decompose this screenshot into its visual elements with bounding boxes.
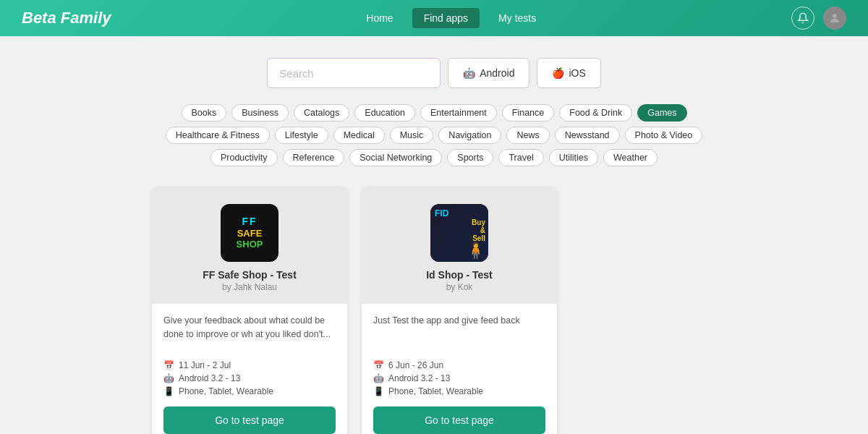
app-icon-id: FID Buy & Sell 🧍 — [430, 204, 488, 262]
category-productivity[interactable]: Productivity — [210, 149, 278, 166]
meta-date-id: 📅 6 Jun - 26 Jun — [373, 360, 545, 370]
logo: Beta Family — [22, 9, 111, 27]
device-icon-id: 📱 — [373, 386, 384, 396]
category-finance[interactable]: Finance — [502, 104, 554, 122]
category-newsstand[interactable]: Newsstand — [555, 127, 620, 144]
header-actions — [791, 7, 846, 30]
app-card-id-shop: FID Buy & Sell 🧍 Id Shop - Test by Kok J… — [362, 187, 557, 434]
devices-value-id: Phone, Tablet, Wearable — [388, 386, 483, 396]
device-icon-ff: 📱 — [163, 386, 174, 396]
go-to-test-ff[interactable]: Go to test page — [163, 407, 336, 434]
ios-filter-button[interactable]: 🍎 iOS — [537, 58, 600, 88]
category-travel[interactable]: Travel — [498, 149, 543, 166]
categories-row: Books Business Catalogs Education Entert… — [152, 104, 716, 166]
nav-find-apps[interactable]: Find apps — [412, 8, 480, 28]
card-body-ff: Give your feedback about what could be d… — [152, 304, 347, 434]
category-news[interactable]: News — [506, 127, 549, 144]
meta-date-ff: 📅 11 Jun - 2 Jul — [163, 360, 336, 370]
android-value-ff: Android 3.2 - 13 — [179, 373, 240, 383]
devices-value-ff: Phone, Tablet, Wearable — [179, 386, 273, 396]
header: Beta Family Home Find apps My tests — [0, 0, 868, 36]
app-name-ff: FF Safe Shop - Test — [203, 269, 297, 281]
card-top-id: FID Buy & Sell 🧍 Id Shop - Test by Kok — [362, 187, 557, 304]
meta-android-id: 🤖 Android 3.2 - 13 — [373, 373, 545, 383]
calendar-icon-id: 📅 — [373, 360, 384, 370]
card-body-id: Just Test the app and give feed back 📅 6… — [362, 304, 557, 434]
card-top-ff: FF SAFE SHOP FF Safe Shop - Test by Jahk… — [152, 187, 347, 304]
android-value-id: Android 3.2 - 13 — [388, 373, 450, 383]
android-filter-button[interactable]: 🤖 Android — [448, 58, 529, 88]
meta-devices-ff: 📱 Phone, Tablet, Wearable — [163, 386, 336, 396]
category-reference[interactable]: Reference — [283, 149, 345, 166]
main-content: 🤖 Android 🍎 iOS Books Business Catalogs … — [0, 36, 868, 434]
nav-home[interactable]: Home — [354, 8, 404, 28]
app-name-id: Id Shop - Test — [426, 269, 493, 281]
category-music[interactable]: Music — [390, 127, 434, 144]
category-education[interactable]: Education — [354, 104, 415, 122]
android-icon-id: 🤖 — [373, 373, 384, 383]
search-row: 🤖 Android 🍎 iOS — [267, 58, 601, 88]
category-food-drink[interactable]: Food & Drink — [559, 104, 632, 122]
app-author-id: by Kok — [446, 282, 473, 292]
android-icon-ff: 🤖 — [163, 373, 174, 383]
app-description-id: Just Test the app and give feed back — [373, 314, 545, 352]
date-value-id: 6 Jun - 26 Jun — [388, 360, 443, 370]
category-books[interactable]: Books — [182, 104, 227, 122]
meta-devices-id: 📱 Phone, Tablet, Wearable — [373, 386, 545, 396]
category-weather[interactable]: Weather — [603, 149, 658, 166]
android-icon: 🤖 — [463, 67, 475, 79]
category-social-networking[interactable]: Social Networking — [349, 149, 442, 166]
ios-label: iOS — [569, 67, 585, 79]
calendar-icon-ff: 📅 — [163, 360, 174, 370]
user-avatar[interactable] — [823, 7, 846, 30]
apple-icon: 🍎 — [552, 67, 564, 79]
category-games[interactable]: Games — [637, 104, 686, 122]
category-catalogs[interactable]: Catalogs — [294, 104, 349, 122]
category-business[interactable]: Business — [231, 104, 289, 122]
notification-button[interactable] — [791, 7, 814, 30]
app-icon-ff: FF SAFE SHOP — [221, 204, 278, 262]
main-nav: Home Find apps My tests — [354, 8, 548, 28]
category-photo-video[interactable]: Photo & Video — [625, 127, 703, 144]
svg-point-0 — [833, 14, 837, 18]
meta-android-ff: 🤖 Android 3.2 - 13 — [163, 373, 336, 383]
go-to-test-id[interactable]: Go to test page — [373, 407, 545, 434]
card-meta-id: 📅 6 Jun - 26 Jun 🤖 Android 3.2 - 13 📱 Ph… — [373, 360, 545, 396]
category-utilities[interactable]: Utilities — [549, 149, 598, 166]
card-meta-ff: 📅 11 Jun - 2 Jul 🤖 Android 3.2 - 13 📱 Ph… — [163, 360, 336, 396]
app-author-ff: by Jahk Nalau — [222, 282, 277, 292]
category-lifestyle[interactable]: Lifestyle — [275, 127, 328, 144]
category-navigation[interactable]: Navigation — [438, 127, 501, 144]
category-medical[interactable]: Medical — [333, 127, 385, 144]
app-card-ff-safe-shop: FF SAFE SHOP FF Safe Shop - Test by Jahk… — [152, 187, 347, 434]
apps-grid: FF SAFE SHOP FF Safe Shop - Test by Jahk… — [152, 187, 716, 434]
date-value-ff: 11 Jun - 2 Jul — [179, 360, 231, 370]
category-sports[interactable]: Sports — [447, 149, 493, 166]
category-entertainment[interactable]: Entertainment — [420, 104, 497, 122]
nav-my-tests[interactable]: My tests — [487, 8, 548, 28]
category-healthcare[interactable]: Healthcare & Fitness — [166, 127, 270, 144]
android-label: Android — [480, 67, 514, 79]
search-input[interactable] — [267, 58, 441, 88]
app-description-ff: Give your feedback about what could be d… — [163, 314, 336, 352]
